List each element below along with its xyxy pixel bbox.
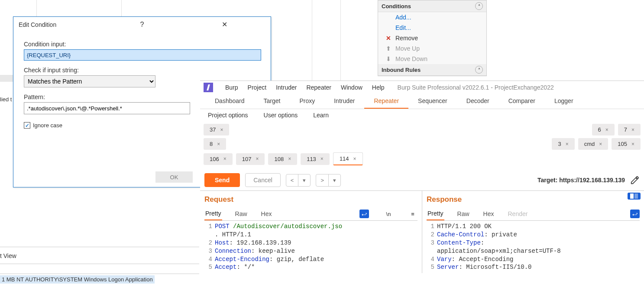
res-tab-pretty[interactable]: Pretty (427, 207, 444, 220)
close-tab-icon[interactable]: × (353, 156, 356, 162)
tab-logger[interactable]: Logger (545, 94, 583, 109)
tab-sequencer[interactable]: Sequencer (408, 94, 457, 109)
burp-window: Burp Project Intruder Repeater Window He… (200, 81, 644, 287)
ignore-case-label: Ignore case (33, 122, 62, 129)
res-tab-render: Render (507, 208, 529, 220)
request-heading: Request (204, 195, 417, 204)
close-tab-icon[interactable]: × (223, 156, 227, 162)
menu-burp[interactable]: Burp (225, 84, 238, 91)
move-up: ⬆Move Up (378, 43, 486, 54)
help-icon[interactable]: ? (101, 21, 183, 29)
down-icon: ⬇ (385, 55, 392, 62)
req-tab-raw[interactable]: Raw (234, 208, 248, 220)
repeater-tabs: 37× 6× 7× 8× 3× cmd× 105× 106× 107× 108×… (200, 121, 644, 169)
tab-intruder[interactable]: Intruder (324, 94, 364, 109)
inbound-header: Inbound Rules (382, 67, 475, 73)
pattern-input[interactable] (24, 102, 190, 114)
close-tab-icon[interactable]: × (256, 156, 259, 162)
partial-text: lied t (0, 96, 12, 103)
req-tab-pretty[interactable]: Pretty (204, 207, 222, 220)
menu-intruder[interactable]: Intruder (276, 84, 297, 91)
tab-dashboard[interactable]: Dashboard (205, 94, 254, 109)
target-label: Target: https://192.168.139.139 (537, 177, 625, 184)
close-tab-icon[interactable]: × (566, 141, 569, 147)
process-row[interactable]: 1 MB NT AUTHORITY\SYSTEM Windows Logon A… (0, 275, 155, 284)
check-select[interactable]: Matches the Pattern (24, 75, 155, 87)
tab-repeater[interactable]: Repeater (364, 94, 408, 109)
rep-tab-106[interactable]: 106× (204, 153, 233, 165)
close-tab-icon[interactable]: × (631, 141, 634, 147)
collapse-icon[interactable]: ˄ (475, 2, 483, 10)
request-body[interactable]: 1POST /Autodiscover/autodiscover.jso . H… (204, 221, 417, 271)
rep-tab-105[interactable]: 105× (612, 138, 641, 150)
ignore-case-checkbox[interactable]: ✓ (24, 122, 30, 129)
menu-project[interactable]: Project (248, 84, 267, 91)
tab-proxy[interactable]: Proxy (290, 94, 324, 109)
dialog-title: Edit Condition (19, 21, 101, 28)
wrap-icon[interactable]: ⮐ (359, 210, 369, 218)
newline-icon[interactable]: \n (384, 210, 393, 218)
res-tab-hex[interactable]: Hex (482, 208, 495, 220)
rep-tab-107[interactable]: 107× (236, 153, 265, 165)
menu-bar: Burp Project Intruder Repeater Window He… (200, 81, 644, 94)
rep-tab-6[interactable]: 6× (592, 124, 615, 135)
move-down: ⬇Move Down (378, 54, 486, 64)
collapse-icon[interactable]: ˄ (475, 66, 483, 74)
rep-tab-7[interactable]: 7× (618, 124, 641, 135)
cancel-button[interactable]: Cancel (245, 173, 281, 187)
window-title: Burp Suite Professional v2022.6.1 - Proj… (398, 84, 554, 91)
tab-project-options[interactable]: Project options (208, 112, 248, 119)
edit-target-icon[interactable] (630, 175, 640, 185)
next-request-button[interactable]: >▾ (316, 174, 341, 187)
remove-icon: ✕ (385, 35, 392, 42)
close-tab-icon[interactable]: × (220, 127, 223, 133)
response-body[interactable]: 1HTTP/1.1 200 OK2Cache-Control: private3… (427, 221, 640, 271)
tab-target[interactable]: Target (254, 94, 290, 109)
wrap-icon[interactable]: ⮐ (630, 210, 640, 218)
condition-input[interactable] (24, 49, 261, 61)
rep-tab-3[interactable]: 3× (552, 138, 574, 150)
close-icon[interactable]: ✕ (183, 20, 265, 29)
main-tabs: Dashboard Target Proxy Intruder Repeater… (200, 94, 644, 109)
view-label: t View (0, 252, 16, 259)
edit-condition[interactable]: Edit... (378, 23, 486, 33)
tab-user-options[interactable]: User options (264, 112, 298, 119)
response-heading: Response (427, 195, 640, 204)
menu-repeater[interactable]: Repeater (306, 84, 331, 91)
up-icon: ⬆ (385, 45, 392, 52)
tab-learn[interactable]: Learn (313, 112, 329, 119)
tab-comparer[interactable]: Comparer (499, 94, 545, 109)
hamburger-icon[interactable]: ≡ (408, 210, 417, 218)
request-pane: Request Pretty Raw Hex ⮐ \n ≡ 1POST /Aut… (200, 191, 422, 273)
conditions-panel: Conditions ˄ Add... Edit... ✕Remove ⬆Mov… (378, 0, 487, 76)
close-tab-icon[interactable]: × (320, 156, 324, 162)
close-tab-icon[interactable]: × (288, 156, 291, 162)
prev-request-button[interactable]: <▾ (286, 174, 311, 187)
close-tab-icon[interactable]: × (217, 141, 220, 147)
remove-condition[interactable]: ✕Remove (378, 33, 486, 43)
condition-input-label: Condition input: (24, 41, 262, 48)
burp-logo-icon (204, 83, 213, 92)
response-pane: Response Pretty Raw Hex Render ⮐ 1HTTP/1… (422, 191, 644, 273)
menu-window[interactable]: Window (341, 84, 362, 91)
rep-tab-108[interactable]: 108× (268, 153, 297, 165)
rep-tab-114[interactable]: 114× (333, 152, 363, 165)
rep-tab-37[interactable]: 37× (204, 124, 229, 135)
tab-decoder[interactable]: Decoder (457, 94, 499, 109)
req-tab-hex[interactable]: Hex (260, 208, 273, 220)
ok-button[interactable]: OK (155, 171, 193, 183)
conditions-header: Conditions (382, 3, 475, 10)
check-label: Check if input string: (24, 67, 262, 74)
close-tab-icon[interactable]: × (605, 127, 608, 133)
res-tab-raw[interactable]: Raw (456, 208, 470, 220)
menu-help[interactable]: Help (372, 84, 385, 91)
rep-tab-8[interactable]: 8× (204, 138, 226, 150)
close-tab-icon[interactable]: × (599, 141, 602, 147)
sub-tabs: Project options User options Learn (200, 109, 644, 121)
add-condition[interactable]: Add... (378, 12, 486, 23)
rep-tab-cmd[interactable]: cmd× (578, 138, 608, 150)
send-button[interactable]: Send (204, 173, 240, 187)
rep-tab-113[interactable]: 113× (301, 153, 330, 165)
close-tab-icon[interactable]: × (631, 127, 634, 133)
